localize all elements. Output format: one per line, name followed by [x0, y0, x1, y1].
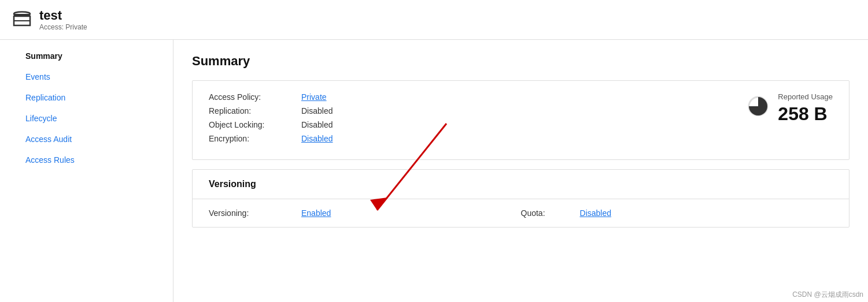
replication-label: Replication:	[209, 106, 301, 115]
encryption-row: Encryption: Disabled	[209, 134, 723, 143]
access-policy-value[interactable]: Private	[301, 92, 327, 102]
versioning-value[interactable]: Enabled	[301, 208, 331, 218]
page-title: Summary	[192, 54, 849, 69]
access-policy-label: Access Policy:	[209, 92, 301, 102]
access-policy-row: Access Policy: Private	[209, 92, 723, 102]
quota-value[interactable]: Disabled	[580, 208, 611, 218]
sidebar-item-access-rules[interactable]: Access Rules	[0, 150, 173, 170]
usage-details: Reported Usage 258 B	[778, 92, 833, 125]
summary-card-body: Access Policy: Private Replication: Disa…	[193, 81, 849, 159]
bucket-name: test	[39, 8, 87, 23]
encryption-value[interactable]: Disabled	[301, 134, 333, 143]
page-header: test Access: Private	[0, 0, 868, 40]
versioning-title: Versioning	[193, 170, 849, 199]
main-layout: Summary Events Replication Lifecycle Acc…	[0, 40, 868, 302]
object-locking-value: Disabled	[301, 120, 333, 129]
versioning-label: Versioning:	[209, 208, 301, 218]
header-text: test Access: Private	[39, 8, 87, 31]
watermark: CSDN @云烟成雨csdn	[792, 290, 863, 300]
object-locking-row: Object Locking: Disabled	[209, 120, 723, 129]
encryption-label: Encryption:	[209, 134, 301, 143]
replication-value: Disabled	[301, 106, 333, 115]
usage-value: 258 B	[778, 103, 833, 125]
versioning-card: Versioning Versioning: Enabled Quota: Di…	[192, 169, 849, 228]
info-section: Access Policy: Private Replication: Disa…	[209, 92, 723, 148]
main-content: Summary Access Policy: Private Replicati…	[173, 40, 868, 302]
sidebar-item-access-audit[interactable]: Access Audit	[0, 129, 173, 150]
versioning-row: Versioning: Enabled	[209, 208, 521, 218]
quota-row: Quota: Disabled	[521, 208, 833, 218]
sidebar-item-events[interactable]: Events	[0, 66, 173, 87]
sidebar: Summary Events Replication Lifecycle Acc…	[0, 40, 173, 302]
usage-section: Reported Usage 258 B	[723, 92, 833, 125]
sidebar-item-lifecycle[interactable]: Lifecycle	[0, 108, 173, 129]
object-locking-label: Object Locking:	[209, 120, 301, 129]
versioning-body: Versioning: Enabled Quota: Disabled	[193, 199, 849, 227]
usage-pie-icon	[747, 95, 770, 122]
sidebar-item-summary[interactable]: Summary	[0, 46, 173, 66]
sidebar-item-replication[interactable]: Replication	[0, 87, 173, 108]
bucket-access: Access: Private	[39, 23, 87, 31]
usage-label: Reported Usage	[778, 92, 833, 101]
replication-row: Replication: Disabled	[209, 106, 723, 115]
bucket-icon	[12, 9, 32, 30]
summary-card: Access Policy: Private Replication: Disa…	[192, 80, 849, 160]
quota-label: Quota:	[521, 208, 545, 218]
